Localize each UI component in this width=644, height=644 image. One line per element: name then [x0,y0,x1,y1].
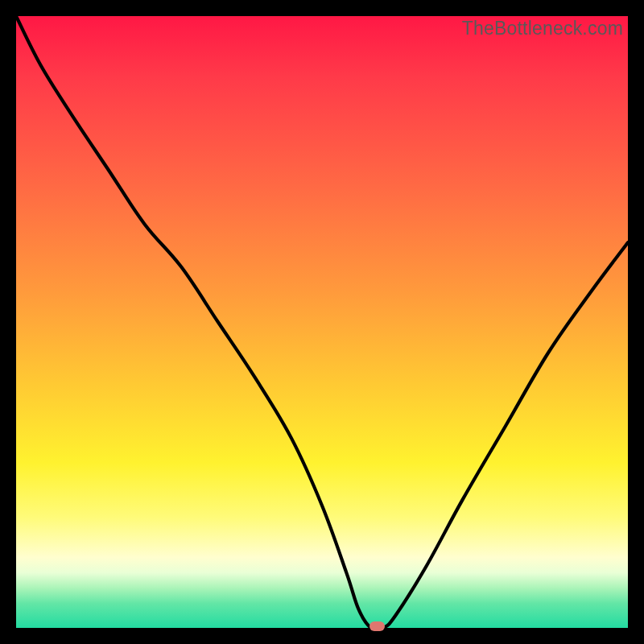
chart-stage: TheBottleneck.com [0,0,644,644]
optimum-marker [369,621,385,631]
bottleneck-curve [16,16,628,630]
plot-area: TheBottleneck.com [16,16,628,628]
curve-layer [16,16,628,628]
